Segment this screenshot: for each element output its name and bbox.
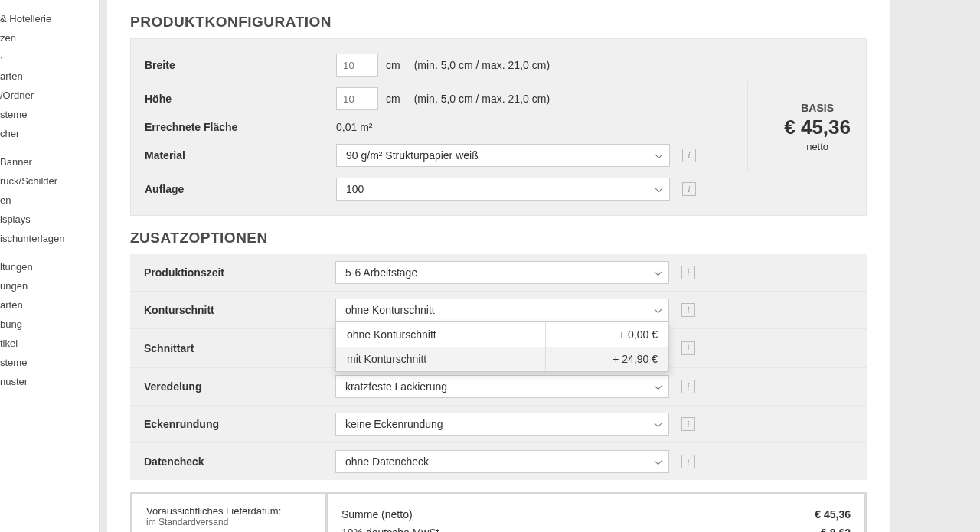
sidebar-item[interactable]: isplays [0,210,99,229]
info-icon[interactable]: i [681,266,695,279]
info-icon[interactable]: i [681,380,695,393]
sidebar-item[interactable]: bung [0,315,99,334]
sidebar-item[interactable]: steme [0,353,99,372]
price-badge: BASIS € 45,36 netto [784,102,851,152]
select-material[interactable]: 90 g/m² Strukturpapier weiß [336,144,670,167]
select-contour[interactable]: ohne Konturschnitt [335,299,669,321]
sidebar-item[interactable]: ischunterlagen [0,229,99,248]
sidebar-item[interactable]: nuster [0,372,99,391]
price-label: BASIS [784,102,851,114]
sidebar-item[interactable]: /Ordner [0,86,99,105]
info-icon[interactable]: i [681,341,695,355]
range-height: (min. 5,0 cm / max. 21,0 cm) [414,93,550,105]
sidebar-item[interactable]: cher [0,124,99,143]
input-height[interactable] [336,87,378,110]
sum-netto-label: Summe (netto) [341,508,413,521]
sidebar-item[interactable]: arten [0,67,99,86]
label-cuttype: Schnittart [144,342,335,354]
select-finish[interactable]: kratzfeste Lackierung [335,375,669,398]
sum-mwst-value: € 8,62 [821,527,851,532]
info-icon[interactable]: i [681,455,695,468]
sidebar-item[interactable]: ltungen [0,257,99,276]
info-icon[interactable]: i [681,303,695,317]
label-finish: Veredelung [144,380,335,393]
sidebar-item[interactable]: & Hotellerie [0,9,99,28]
config-block: Breite cm (min. 5,0 cm / max. 21,0 cm) H… [130,38,867,216]
sum-mwst-label: 19% deutsche MwSt. [341,527,443,532]
input-width[interactable] [336,54,378,77]
info-icon[interactable]: i [682,149,696,162]
sidebar-item[interactable]: en [0,191,99,210]
label-material: Material [145,149,336,162]
label-width: Breite [145,59,336,71]
sidebar-item[interactable]: ruck/Schilder [0,171,99,191]
summary-block: Voraussichtliches Lieferdatum: im Standa… [130,492,867,532]
price-sub: netto [784,141,851,152]
unit-height: cm [386,93,400,105]
sidebar-item[interactable]: Banner [0,152,99,171]
select-corner[interactable]: keine Eckenrundung [335,413,669,436]
select-prodtime[interactable]: 5-6 Arbeitstage [335,261,669,284]
section-title-config: PRODUKTKONFIGURATION [130,14,867,31]
dropdown-option[interactable]: ohne Konturschnitt + 0,00 € [336,322,668,347]
range-width: (min. 5,0 cm / max. 21,0 cm) [414,59,550,71]
label-prodtime: Produktionszeit [144,266,335,279]
delivery-label: Voraussichtliches Lieferdatum: [146,505,312,517]
select-quantity[interactable]: 100 [336,178,670,201]
sidebar-item[interactable]: steme [0,105,99,124]
label-contour: Konturschnitt [144,304,335,316]
sidebar-item[interactable]: · [0,47,99,67]
label-datacheck: Datencheck [144,455,335,468]
value-area: 0,01 m² [336,121,372,133]
info-icon[interactable]: i [681,417,695,431]
sidebar: & Hotelleriezen·arten/OrdnerstemecherBan… [0,0,100,532]
label-area: Errechnete Fläche [145,121,336,133]
label-corner: Eckenrundung [144,418,335,430]
sidebar-item[interactable]: ungen [0,276,99,295]
select-datacheck[interactable]: ohne Datencheck [335,450,669,473]
price-amount: € 45,36 [784,116,851,139]
info-icon[interactable]: i [682,182,696,196]
options-block: Produktionszeit 5-6 Arbeitstage i Kontur… [130,254,867,480]
sidebar-item[interactable]: arten [0,295,99,315]
dropdown-contour: ohne Konturschnitt + 0,00 € mit Kontursc… [335,321,669,372]
sidebar-item[interactable]: zen [0,28,99,47]
main-content: PRODUKTKONFIGURATION Breite cm (min. 5,0… [107,0,890,532]
section-title-options: ZUSATZOPTIONEN [130,230,867,246]
dropdown-option[interactable]: mit Konturschnitt + 24,90 € [336,347,668,371]
sum-netto-value: € 45,36 [815,508,851,521]
sidebar-item[interactable]: tikel [0,334,99,353]
label-height: Höhe [145,93,336,105]
delivery-sub: im Standardversand [146,517,312,527]
label-quantity: Auflage [145,183,336,195]
unit-width: cm [386,59,400,71]
